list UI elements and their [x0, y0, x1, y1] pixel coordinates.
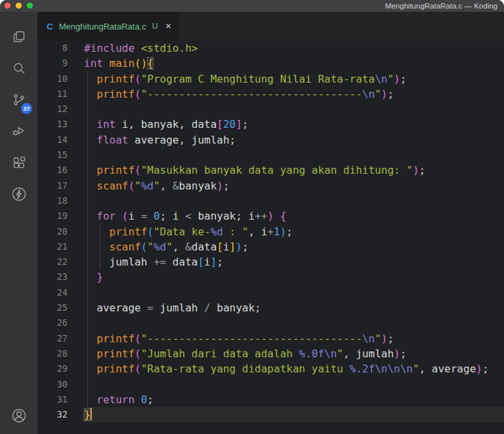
text-cursor: [91, 408, 92, 420]
tab-filename: MenghitungRataRata.c: [59, 22, 146, 31]
indent-guide-level2: [100, 224, 100, 270]
code-line-8: #include <stdio.h>: [83, 41, 504, 56]
sidebar-item-source-control[interactable]: 37: [0, 85, 37, 117]
code-line-32: }: [83, 407, 504, 422]
code-line-21: scanf("%d", &data[i]);: [83, 239, 504, 254]
code-line-17: scanf("%d", &banyak);: [83, 178, 504, 193]
tab-menghitungratarata[interactable]: C MenghitungRataRata.c U ✕: [37, 12, 179, 41]
code-line-10: printf("Program C Menghitung Nilai Rata-…: [83, 71, 504, 87]
code-line-11: printf("--------------------------------…: [83, 87, 504, 102]
code-line-29: printf("Rata-rata yang didapatkan yaitu …: [83, 361, 504, 376]
git-untracked-badge: U: [152, 22, 158, 31]
code-line-18: [83, 193, 504, 208]
minimize-window-button[interactable]: [16, 3, 22, 9]
code-line-25: average = jumlah / banyak;: [83, 300, 504, 315]
sidebar-item-account[interactable]: [0, 401, 37, 433]
code-line-13: int i, banyak, data[20];: [83, 117, 504, 132]
code-line-16: printf("Masukkan banyak data yang akan d…: [83, 163, 504, 178]
gutter: 8910111213141516171819202122232425262728…: [37, 41, 68, 422]
code-line-19: for (i = 0; i < banyak; i++) {: [83, 208, 504, 224]
code-line-26: [83, 315, 504, 330]
activity-bar: 37: [0, 12, 37, 434]
title-bar: MenghitungRataRata.c — Koding: [0, 0, 504, 12]
sidebar-item-lightning[interactable]: [0, 180, 37, 211]
editor[interactable]: 8910111213141516171819202122232425262728…: [37, 41, 504, 434]
zoom-window-button[interactable]: [27, 3, 33, 9]
account-icon: [10, 407, 28, 427]
code-line-30: [83, 377, 504, 392]
sidebar-item-extensions[interactable]: [0, 148, 37, 180]
code-line-24: [83, 285, 504, 300]
code-line-14: float average, jumlah;: [83, 132, 504, 148]
sidebar-item-run-debug[interactable]: [0, 117, 37, 148]
tab-close-icon[interactable]: ✕: [165, 22, 171, 31]
sidebar-item-search[interactable]: [0, 54, 37, 85]
close-window-button[interactable]: [5, 3, 10, 9]
screenshot: MenghitungRataRata.c — Koding: [0, 0, 504, 434]
c-language-icon: C: [47, 22, 53, 31]
code-line-15: [83, 148, 504, 163]
lightning-bolt-icon: [10, 186, 28, 205]
code-line-28: printf("Jumlah dari data adalah %.0f\n",…: [83, 346, 504, 361]
sidebar-item-explorer[interactable]: [0, 22, 37, 54]
search-icon: [11, 60, 27, 79]
code-line-20: printf("Data ke-%d : ", i+1);: [83, 224, 504, 239]
extensions-icon: [11, 155, 27, 173]
code-line-22: jumlah += data[i];: [83, 254, 504, 269]
window-title: MenghitungRataRata.c — Koding: [385, 0, 497, 12]
scm-pending-changes-badge: 37: [21, 103, 32, 114]
code-lines: #include <stdio.h>int main(){ printf("Pr…: [83, 41, 504, 422]
code-line-9: int main(){: [83, 56, 504, 71]
code-line-12: [83, 102, 504, 117]
files-icon: [11, 29, 27, 47]
code-line-31: return 0;: [83, 392, 504, 407]
indent-guide-level1: [87, 71, 88, 408]
code-line-27: printf("--------------------------------…: [83, 331, 504, 346]
code-line-23: }: [83, 269, 504, 285]
window-controls: [5, 3, 33, 9]
tab-bar: C MenghitungRataRata.c U ✕: [37, 12, 504, 41]
vscode-window: MenghitungRataRata.c — Koding: [0, 0, 504, 434]
debug-icon: [11, 123, 27, 142]
